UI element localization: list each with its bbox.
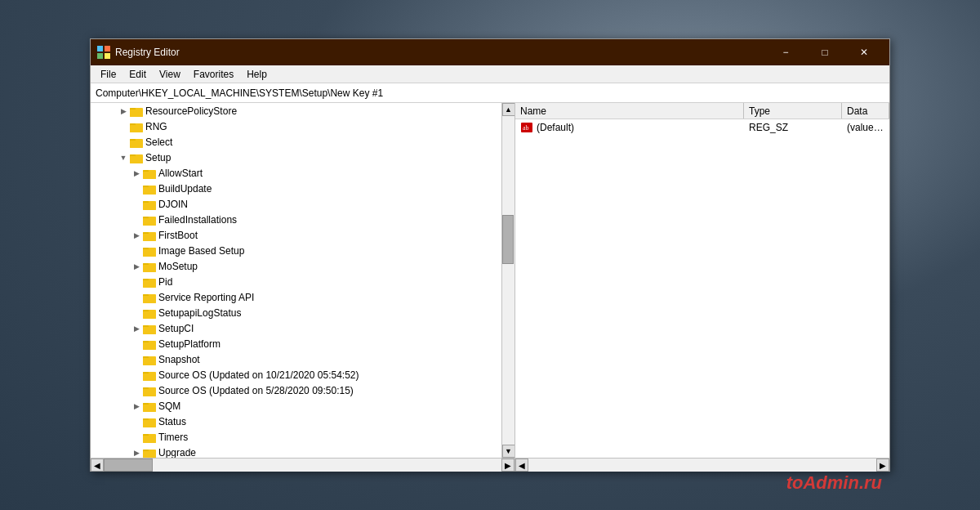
tree-item[interactable]: RNG xyxy=(91,119,501,134)
hscroll-track[interactable] xyxy=(104,459,501,472)
scroll-up-button[interactable]: ▲ xyxy=(502,103,515,116)
folder-icon xyxy=(143,292,156,303)
close-button[interactable]: ✕ xyxy=(845,39,883,65)
svg-rect-27 xyxy=(143,218,156,226)
detail-hscroll-track[interactable] xyxy=(528,459,876,472)
address-bar: Computer\HKEY_LOCAL_MACHINE\SYSTEM\Setup… xyxy=(91,83,889,103)
tree-item[interactable]: ▶ MoSetup xyxy=(91,258,501,274)
scroll-down-button[interactable]: ▼ xyxy=(502,445,515,458)
expand-icon[interactable]: ▶ xyxy=(130,260,143,273)
menu-view[interactable]: View xyxy=(153,67,187,82)
tree-item[interactable]: ▼ Setup xyxy=(91,150,501,165)
tree-item-label: Snapshot xyxy=(158,354,200,365)
detail-scroll[interactable]: ab (Default) REG_SZ (value not set) xyxy=(515,119,889,458)
menu-edit[interactable]: Edit xyxy=(122,67,153,82)
tree-item-label: SQM xyxy=(158,400,180,412)
scroll-track[interactable] xyxy=(502,116,515,445)
tree-item-label: Upgrade xyxy=(158,447,196,459)
scroll-thumb[interactable] xyxy=(502,215,514,264)
folder-icon xyxy=(143,214,156,226)
detail-row[interactable]: ab (Default) REG_SZ (value not set) xyxy=(515,119,889,135)
svg-rect-30 xyxy=(143,234,156,241)
folder-icon xyxy=(143,323,156,334)
tree-item[interactable]: Source OS (Updated on 10/21/2020 05:54:5… xyxy=(91,367,501,382)
tree-item[interactable]: Timers xyxy=(91,429,501,445)
tree-item-label: Select xyxy=(145,136,172,148)
hscroll-thumb[interactable] xyxy=(104,459,153,472)
tree-item-label: BuildUpdate xyxy=(158,183,212,195)
tree-item-label: Source OS (Updated on 5/28/2020 09:50:15… xyxy=(158,385,354,396)
tree-item[interactable]: ▶ SQM xyxy=(91,398,501,414)
tree-item[interactable]: ▶ AllowStart xyxy=(91,165,501,181)
tree-item[interactable]: ▶ FirstBoot xyxy=(91,227,501,243)
detail-hscroll-right[interactable]: ▶ xyxy=(876,459,889,472)
window-title: Registry Editor xyxy=(115,47,767,58)
tree-item[interactable]: BuildUpdate xyxy=(91,181,501,196)
expand-icon[interactable]: ▶ xyxy=(117,105,130,118)
folder-icon xyxy=(143,400,156,412)
svg-rect-15 xyxy=(130,156,143,163)
expand-icon xyxy=(130,198,143,211)
minimize-button[interactable]: − xyxy=(767,39,804,65)
tree-item[interactable]: Snapshot xyxy=(91,351,501,367)
tree-item[interactable]: DJOIN xyxy=(91,196,501,212)
folder-icon xyxy=(143,369,156,381)
hscroll-left-button[interactable]: ◀ xyxy=(91,459,104,472)
expand-icon xyxy=(130,244,143,257)
tree-item[interactable]: ▶ SetupCI xyxy=(91,320,501,336)
folder-icon xyxy=(143,432,156,443)
tree-item-label: Timers xyxy=(158,432,188,443)
expand-icon xyxy=(130,384,143,397)
tree-item[interactable]: SetupapiLogStatus xyxy=(91,305,501,320)
tree-item[interactable]: Select xyxy=(91,134,501,150)
tree-item[interactable]: FailedInstallations xyxy=(91,212,501,227)
svg-rect-42 xyxy=(143,296,156,303)
menu-bar: File Edit View Favorites Help xyxy=(91,65,889,83)
expand-icon xyxy=(117,136,130,149)
folder-icon xyxy=(143,307,156,319)
tree-scroll[interactable]: ▶ ResourcePolicyStore RNG xyxy=(91,103,501,458)
tree-item[interactable]: ▶ ResourcePolicyStore xyxy=(91,103,501,119)
expand-icon xyxy=(130,369,143,382)
hscroll-right-button[interactable]: ▶ xyxy=(501,459,514,472)
svg-rect-36 xyxy=(143,265,156,272)
menu-file[interactable]: File xyxy=(94,67,122,82)
maximize-button[interactable]: □ xyxy=(806,39,844,65)
tree-item-label: Setup xyxy=(145,152,171,163)
window-controls: − □ ✕ xyxy=(767,39,883,65)
tree-item[interactable]: SetupPlatform xyxy=(91,336,501,351)
detail-cell-type: REG_SZ xyxy=(744,122,842,133)
expand-icon xyxy=(130,415,143,428)
menu-help[interactable]: Help xyxy=(240,67,274,82)
menu-favorites[interactable]: Favorites xyxy=(187,67,240,82)
expand-icon[interactable]: ▶ xyxy=(130,446,143,459)
svg-rect-54 xyxy=(143,358,156,365)
expand-icon xyxy=(130,306,143,320)
tree-item[interactable]: ▶ Upgrade xyxy=(91,445,501,458)
expand-icon xyxy=(130,182,143,195)
detail-hscroll-left[interactable]: ◀ xyxy=(515,459,528,472)
svg-rect-12 xyxy=(130,141,143,148)
expand-icon xyxy=(130,338,143,351)
tree-item[interactable]: Status xyxy=(91,414,501,429)
expand-icon[interactable]: ▶ xyxy=(130,400,143,413)
tree-item[interactable]: Pid xyxy=(91,274,501,289)
tree-item-label: DJOIN xyxy=(158,199,188,210)
svg-rect-60 xyxy=(143,389,156,396)
folder-icon xyxy=(143,230,156,241)
tree-item[interactable]: Source OS (Updated on 5/28/2020 09:50:15… xyxy=(91,382,501,398)
tree-hscrollbar[interactable]: ◀ ▶ xyxy=(91,459,515,471)
detail-hscrollbar[interactable]: ◀ ▶ xyxy=(515,459,889,471)
expand-icon[interactable]: ▶ xyxy=(130,229,143,242)
tree-vscrollbar[interactable]: ▲ ▼ xyxy=(501,103,514,458)
col-header-data: Data xyxy=(842,103,889,119)
app-icon xyxy=(97,46,110,59)
expand-icon[interactable]: ▶ xyxy=(130,167,143,180)
tree-item[interactable]: Image Based Setup xyxy=(91,243,501,258)
expand-icon[interactable]: ▼ xyxy=(117,151,130,164)
expand-icon[interactable]: ▶ xyxy=(130,322,143,335)
tree-item[interactable]: Service Reporting API xyxy=(91,289,501,305)
detail-cell-data: (value not set) xyxy=(842,122,889,133)
detail-header: Name Type Data xyxy=(515,103,889,119)
tree-item-label: MoSetup xyxy=(158,261,198,272)
